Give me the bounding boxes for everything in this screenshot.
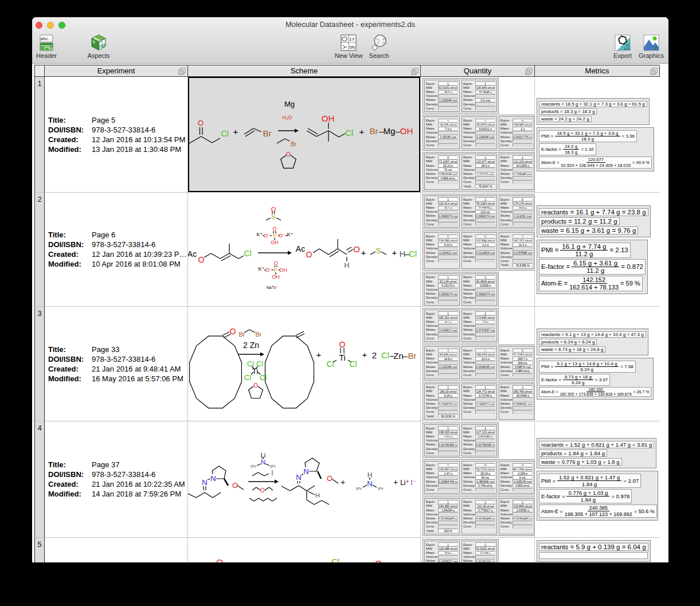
- quantity-field-value: 1: [475, 426, 495, 430]
- quantity-field: Conc:: [500, 222, 533, 226]
- quantity-field-value: 65.409 g/mol: [438, 353, 458, 357]
- search-icon: 1Y0N: [366, 33, 392, 51]
- column-header-metrics[interactable]: Metrics: [535, 65, 660, 77]
- scheme-cell[interactable]: OCl+BrMgH₂OBrOOHCl+Br–Mg–OH: [188, 77, 421, 193]
- quantity-field: MW:106.949 g/mol: [463, 85, 495, 89]
- quantity-group: Equiv:1MW:24.305 g/molMass:7.3 gVolume:M…: [423, 115, 535, 150]
- metrics-cell[interactable]: reactants = 5.9 g + 0.139 g = 6.04 g: [535, 538, 660, 562]
- quantity-field: Mass:28.24 g: [463, 471, 495, 475]
- quantity-field: MW:169.992 g/mol: [426, 467, 458, 471]
- quantity-field-label: Moles:: [463, 517, 475, 520]
- quantity-field-value: 5.9 g: [438, 551, 458, 555]
- quantity-field: Conc:: [500, 525, 533, 529]
- toolbar-button-export[interactable]: 111010 Export: [610, 33, 635, 61]
- toolbar-button-aspects[interactable]: Aspects: [84, 33, 113, 61]
- toolbar-button-search[interactable]: 1Y0N Search: [366, 33, 392, 61]
- quantity-field: Density:: [500, 139, 533, 143]
- column-header-scheme[interactable]: Scheme: [188, 65, 421, 77]
- quantity-table: Equiv:0MW:102.894 g/molMass:1.2 gVolume:…: [462, 232, 497, 269]
- quantity-field-label: MW:: [426, 353, 438, 356]
- quantity-field-label: Equiv:: [500, 234, 513, 238]
- experiment-cell[interactable]: Title:Page 5DOI/ISBN:978-3-527-33814-6Cr…: [45, 77, 188, 193]
- row-number[interactable]: 4: [35, 421, 45, 538]
- quantity-field-label: Density:: [500, 369, 513, 373]
- experiment-field-label: Created:: [48, 249, 92, 259]
- quantity-field-value: [513, 180, 533, 184]
- quantity-field: MW:86.1754 g/mol: [500, 467, 533, 471]
- quantity-field-label: Volume:: [500, 131, 513, 134]
- quantity-cell[interactable]: Equiv:1MW:92.5242 g/molMass:18.5 gVolume…: [421, 77, 535, 193]
- quantity-field-value: 0.049917 mol: [475, 402, 495, 406]
- fraction-numerator: 9.1 g + 13 g + 14.8 g + 10.4 g: [555, 361, 619, 367]
- quantity-field-label: Equiv:: [426, 349, 438, 352]
- row-number[interactable]: 3: [35, 307, 45, 421]
- quantity-field-label: Conc:: [463, 337, 475, 340]
- metrics-line: waste = 6.15 g + 3.61 g = 9.76 g: [539, 226, 638, 234]
- row-number[interactable]: 1: [35, 77, 45, 193]
- quantity-field: MW:180.33 g/mol: [426, 389, 458, 393]
- quantity-field-value: 74.1216 g/mol: [475, 467, 495, 471]
- quantity-field: Mass:19.9 g: [500, 205, 533, 209]
- quantity-field-label: Mass:: [426, 394, 438, 397]
- quantity-table: Equiv:0MW:136.086 g/molMass:4.14 gVolume…: [424, 232, 460, 269]
- experiment-cell[interactable]: Title:Page 33DOI/ISBN:978-3-527-33814-6C…: [45, 307, 188, 421]
- toolbar-button-graphics[interactable]: Graphics: [638, 33, 665, 61]
- svg-text:iPr: iPr: [270, 464, 276, 469]
- metrics-ratio-line: E-factor =6.73 g + 18 g6.24 g= 3.97: [539, 374, 610, 386]
- metrics-cell[interactable]: reactants = 9.1 g + 13 g + 14.8 g + 10.4…: [535, 307, 660, 421]
- quantity-field-label: Equiv:: [426, 385, 438, 389]
- quantity-field-label: Mass:: [426, 127, 438, 130]
- quantity-field: Moles:0.199948 mol: [426, 98, 458, 102]
- quantity-field: Volume:: [426, 210, 458, 214]
- column-header-experiment[interactable]: Experiment: [45, 65, 188, 77]
- quantity-cell[interactable]: Equiv:1MW:118.088 g/molMass:5.9 gVolume:…: [421, 538, 535, 562]
- scheme-cell[interactable]: OClO: [188, 538, 421, 562]
- experiment-field-label: Title:: [48, 345, 92, 354]
- svg-text:S: S: [376, 247, 381, 255]
- experiment-cell[interactable]: Title:Page 37DOI/ISBN:978-3-527-33814-6C…: [45, 421, 188, 538]
- fraction-denominator: 18.3 g: [565, 150, 577, 155]
- toolbar-button-new-view[interactable]: 1Y0N New View: [334, 33, 363, 61]
- quantity-table: Equiv:1MW:173.835 g/molMass:13 gVolume:M…: [462, 310, 497, 342]
- fraction-denominator: 182.302 + 173.835 + 130.818 + 189.679: [560, 392, 631, 396]
- svg-text:iPr: iPr: [251, 464, 256, 469]
- quantity-field-label: Volume:: [463, 475, 475, 479]
- quantity-cell[interactable]: Equiv:1MW:162.614 g/molMass:16.1 gVolume…: [421, 193, 535, 307]
- quantity-field-value: [438, 369, 458, 373]
- quantity-field-value: 0.3 mol: [475, 98, 495, 102]
- quantity-field-value: 0.139 g: [475, 551, 495, 555]
- quantity-field-label: MW:: [426, 159, 438, 163]
- svg-text:Br: Br: [239, 331, 245, 338]
- metrics-cell[interactable]: reactants = 16.1 g + 7.74 g = 23.8 gprod…: [535, 193, 660, 307]
- metrics-ratio-line: Atom-E =180.330182.302 + 173.835 + 130.8…: [539, 387, 651, 397]
- quantity-field-label: Moles:: [463, 328, 475, 331]
- column-header-quantity[interactable]: Quantity: [421, 65, 535, 77]
- experiment-cell[interactable]: Title:Page 6DOI/ISBN:978-3-527-33814-6Cr…: [45, 193, 188, 307]
- quantity-field: Volume:: [426, 324, 458, 328]
- metrics-ratio-line: PMI =9.1 g + 13 g + 14.8 g + 10.4 g6.24 …: [539, 361, 636, 373]
- quantity-field-value: [513, 131, 533, 135]
- quantity-field-label: Moles:: [426, 98, 438, 101]
- quantity-group: Equiv:0MW:136.086 g/molMass:4.14 gVolume…: [423, 230, 535, 271]
- svg-text:Li: Li: [261, 452, 266, 459]
- quantity-field: Volume:70 mL: [426, 167, 458, 171]
- toolbar-button-header[interactable]: abc… Header: [33, 33, 60, 61]
- row-number[interactable]: 2: [35, 193, 45, 307]
- quantity-cell[interactable]: Equiv:1MW:182.302 g/molMass:9.1 gVolume:…: [421, 307, 535, 421]
- quantity-field-label: Moles:: [426, 292, 438, 295]
- svg-text:Br: Br: [256, 331, 262, 338]
- metrics-sums-group: reactants = 16.1 g + 7.74 g = 23.8 gprod…: [537, 205, 651, 237]
- svg-text:N: N: [303, 467, 308, 476]
- metrics-cell[interactable]: reactants = 1.52 g + 0.821 g + 1.47 g = …: [535, 421, 660, 538]
- scheme-cell[interactable]: OBrBr2 ZnClClTiClClO+OTiClCl+2Cl–Zn–Br: [188, 307, 421, 421]
- svg-text:O⁻: O⁻: [265, 267, 272, 273]
- experiment-cell[interactable]: [45, 538, 188, 562]
- quantity-group: Equiv:1MW:180.33 g/molMass:6.24 gVolume:…: [423, 382, 535, 421]
- row-number[interactable]: 5: [35, 538, 45, 562]
- quantity-table: Equiv:1MW:134.772 g/molMass:6.72744 gVol…: [462, 384, 497, 420]
- quantity-cell[interactable]: Equiv:1MW:198.305 g/molMass:1.52 gVolume…: [421, 421, 535, 538]
- quantity-field-value: [513, 210, 533, 214]
- scheme-cell[interactable]: NNOLiNiPriPrIONNOH+HNiPriPr+Li⁺I⁻: [188, 421, 421, 538]
- metrics-cell[interactable]: reactants = 18.5 g + 32.1 g + 7.3 g + 3.…: [535, 77, 660, 193]
- scheme-cell[interactable]: AcOClOSK⁺O⁻PO⁻K⁺OOHK⁺O⁻POHOOHNa⁺Br⁻AcOOH…: [188, 193, 421, 307]
